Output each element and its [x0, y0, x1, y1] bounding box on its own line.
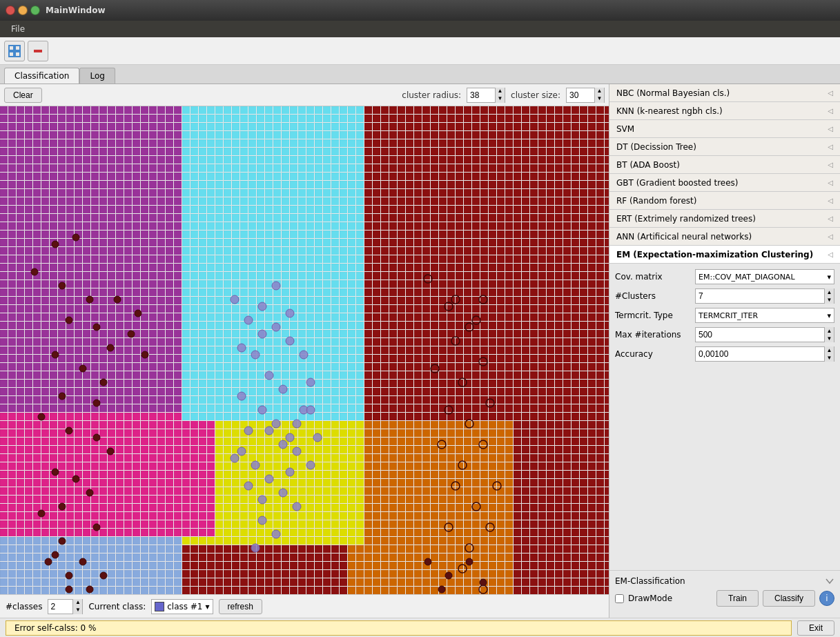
- tab-bar: Classification Log: [0, 65, 840, 84]
- max-iter-up[interactable]: ▲: [824, 327, 834, 335]
- controls-bar: Clear cluster radius: ▲ ▼ cluster size: …: [0, 84, 609, 106]
- cluster-size-input[interactable]: [567, 88, 594, 102]
- cluster-radius-up[interactable]: ▲: [495, 88, 505, 95]
- max-iter-input[interactable]: [696, 329, 824, 340]
- accuracy-down[interactable]: ▼: [824, 354, 834, 362]
- cov-matrix-value: EM::COV_MAT_DIAGONAL: [699, 273, 795, 282]
- grid-icon: [8, 45, 21, 57]
- cov-matrix-select[interactable]: EM::COV_MAT_DIAGONAL ▾: [695, 269, 834, 284]
- classifier-item-5[interactable]: GBT (Gradient boosted trees)◁: [609, 174, 840, 192]
- current-class-label: Current class:: [88, 602, 146, 611]
- error-text: Error self-calss: 0 %: [14, 623, 96, 633]
- cluster-size-label: cluster size:: [511, 90, 560, 100]
- classifier-arrow-8: ◁: [828, 233, 833, 240]
- termcrit-select[interactable]: TERMCRIT_ITER ▾: [695, 308, 834, 323]
- clusters-input[interactable]: [696, 291, 824, 302]
- classifier-arrow-7: ◁: [828, 215, 833, 222]
- svg-rect-2: [9, 52, 14, 57]
- svg-rect-1: [15, 46, 20, 50]
- titlebar: MainWindow: [0, 0, 840, 21]
- cluster-size-spinbox[interactable]: ▲ ▼: [566, 88, 605, 103]
- classifier-label-0: NBC (Normal Bayesian cls.): [616, 88, 730, 98]
- nclasses-input[interactable]: [48, 601, 72, 612]
- nclasses-down[interactable]: ▼: [72, 607, 82, 614]
- classifier-label-8: ANN (Artificical neural networks): [616, 232, 752, 242]
- maximize-button[interactable]: [30, 6, 40, 15]
- classifier-item-2[interactable]: SVM◁: [609, 120, 840, 138]
- classifier-item-9[interactable]: EM (Expectation-maximization Clustering)…: [609, 246, 840, 264]
- termcrit-arrow: ▾: [827, 311, 831, 320]
- toolbar-btn2[interactable]: [28, 41, 48, 61]
- canvas-area[interactable]: [0, 106, 609, 594]
- error-display: Error self-calss: 0 %: [6, 620, 792, 636]
- toolbar-btn1[interactable]: [4, 41, 25, 61]
- content-area: Clear cluster radius: ▲ ▼ cluster size: …: [0, 84, 840, 618]
- max-iter-row: Max #iterations ▲ ▼: [615, 327, 834, 342]
- close-icon: [32, 45, 44, 57]
- classifier-item-3[interactable]: DT (Decission Tree)◁: [609, 138, 840, 156]
- clusters-row: #Clusters ▲ ▼: [615, 288, 834, 304]
- max-iter-spinbox[interactable]: ▲ ▼: [695, 327, 834, 342]
- clusters-down[interactable]: ▼: [824, 296, 834, 304]
- nclasses-spinbox[interactable]: ▲ ▼: [48, 599, 83, 614]
- drawmode-label: DrawMode: [628, 594, 672, 603]
- drawmode-row: DrawMode Train Classify i: [615, 590, 834, 607]
- right-panel: NBC (Normal Bayesian cls.)◁KNN (k-neares…: [609, 84, 840, 618]
- classifier-label-7: ERT (Extrimely randomized trees): [616, 214, 756, 224]
- termcrit-label: Termcrit. Type: [615, 311, 691, 320]
- info-button[interactable]: i: [819, 591, 834, 606]
- classifier-arrow-9: ◁: [828, 251, 833, 258]
- cluster-size-down[interactable]: ▼: [594, 95, 604, 103]
- class-color-box: [155, 602, 164, 611]
- clusters-spinbox[interactable]: ▲ ▼: [695, 288, 834, 304]
- file-menu[interactable]: File: [6, 23, 30, 35]
- drawmode-checkbox[interactable]: [615, 594, 624, 603]
- termcrit-row: Termcrit. Type TERMCRIT_ITER ▾: [615, 308, 834, 323]
- accuracy-up[interactable]: ▲: [824, 346, 834, 354]
- cluster-radius-spinbox[interactable]: ▲ ▼: [467, 88, 505, 103]
- max-iter-down[interactable]: ▼: [824, 335, 834, 342]
- classifier-item-1[interactable]: KNN (k-nearest ngbh cls.)◁: [609, 102, 840, 120]
- nclasses-up[interactable]: ▲: [72, 599, 82, 607]
- classify-button[interactable]: Classify: [763, 590, 815, 607]
- classifier-arrow-1: ◁: [828, 107, 833, 115]
- clear-button[interactable]: Clear: [4, 88, 42, 103]
- exit-button[interactable]: Exit: [797, 620, 834, 636]
- accuracy-input[interactable]: [696, 349, 824, 360]
- cov-matrix-row: Cov. matrix EM::COV_MAT_DIAGONAL ▾: [615, 269, 834, 284]
- main-canvas[interactable]: [0, 106, 609, 594]
- cluster-size-up[interactable]: ▲: [594, 88, 604, 95]
- classifier-item-0[interactable]: NBC (Normal Bayesian cls.)◁: [609, 84, 840, 102]
- class-selector[interactable]: class #1 ▾: [151, 599, 213, 614]
- refresh-button[interactable]: refresh: [219, 599, 262, 614]
- max-iter-label: Max #iterations: [615, 330, 691, 340]
- train-button[interactable]: Train: [716, 590, 759, 607]
- minimize-button[interactable]: [18, 6, 28, 15]
- tab-log[interactable]: Log: [79, 68, 115, 84]
- classifier-label-5: GBT (Gradient boosted trees): [616, 178, 739, 188]
- info-icon: i: [826, 594, 828, 603]
- classifier-list: NBC (Normal Bayesian cls.)◁KNN (k-neares…: [609, 84, 840, 264]
- clusters-up[interactable]: ▲: [824, 288, 834, 296]
- cluster-radius-down[interactable]: ▼: [495, 95, 505, 103]
- tab-classification[interactable]: Classification: [4, 68, 79, 84]
- classifier-arrow-3: ◁: [828, 143, 833, 150]
- classifier-item-7[interactable]: ERT (Extrimely randomized trees)◁: [609, 210, 840, 228]
- cluster-radius-input[interactable]: [467, 88, 495, 102]
- classifier-item-4[interactable]: BT (ADA Boost)◁: [609, 156, 840, 174]
- classifier-item-6[interactable]: RF (Random forest)◁: [609, 192, 840, 210]
- close-button[interactable]: [6, 6, 15, 15]
- clusters-label: #Clusters: [615, 291, 691, 301]
- accuracy-spinbox[interactable]: ▲ ▼: [695, 346, 834, 362]
- class-dropdown-arrow: ▾: [206, 602, 210, 611]
- termcrit-value: TERMCRIT_ITER: [699, 311, 758, 320]
- svg-rect-4: [34, 50, 42, 52]
- status-bar: Error self-calss: 0 % Exit: [0, 618, 840, 637]
- classifier-item-8[interactable]: ANN (Artificical neural networks)◁: [609, 228, 840, 246]
- svg-rect-0: [9, 46, 14, 50]
- em-params-section: Cov. matrix EM::COV_MAT_DIAGONAL ▾ #Clus…: [609, 264, 840, 371]
- window-title: MainWindow: [46, 6, 106, 15]
- main-container: Classification Log Clear cluster radius:…: [0, 65, 840, 637]
- cluster-size-arrows: ▲ ▼: [594, 88, 604, 103]
- cluster-radius-arrows: ▲ ▼: [495, 88, 505, 103]
